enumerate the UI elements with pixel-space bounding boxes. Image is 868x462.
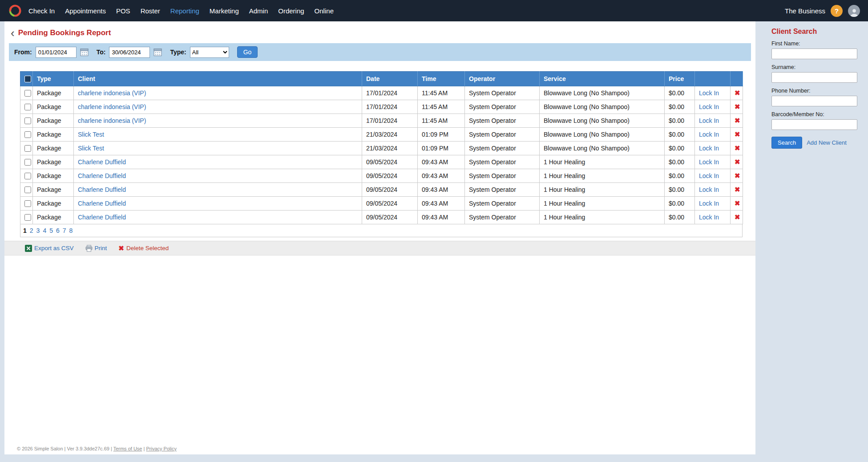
help-button[interactable]: ?	[831, 5, 843, 17]
cell-time: 09:43 AM	[418, 183, 465, 197]
client-link[interactable]: Slick Test	[78, 145, 104, 152]
print-button[interactable]: Print	[85, 245, 107, 252]
business-name[interactable]: The Business	[785, 7, 825, 15]
delete-row-icon[interactable]: ✖	[735, 89, 740, 97]
first-name-input[interactable]	[771, 49, 857, 59]
col-client: Client	[74, 72, 362, 86]
cell-client: Charlene Duffield	[74, 211, 362, 224]
col-service: Service	[540, 72, 665, 86]
search-button[interactable]: Search	[771, 137, 802, 149]
nav-item-marketing[interactable]: Marketing	[210, 7, 239, 15]
type-select[interactable]: All	[190, 47, 229, 58]
lock-in-link[interactable]: Lock In	[699, 89, 719, 97]
cell-price: $0.00	[665, 142, 695, 155]
client-link[interactable]: Charlene Duffield	[78, 186, 126, 193]
cell-type: Package	[33, 211, 74, 224]
row-checkbox[interactable]	[24, 118, 31, 124]
nav-item-pos[interactable]: POS	[116, 7, 130, 15]
cell-date: 09/05/2024	[362, 197, 418, 211]
pagination-page-2[interactable]: 2	[30, 227, 33, 234]
phone-number-input[interactable]	[771, 96, 857, 106]
delete-row-icon[interactable]: ✖	[735, 130, 740, 138]
cell-operator: System Operator	[465, 128, 540, 142]
row-checkbox[interactable]	[24, 186, 31, 193]
lock-in-link[interactable]: Lock In	[699, 186, 719, 193]
client-link[interactable]: Charlene Duffield	[78, 214, 126, 221]
row-checkbox[interactable]	[24, 159, 31, 166]
cell-client: Charlene Duffield	[74, 183, 362, 197]
lock-in-link[interactable]: Lock In	[699, 200, 719, 207]
delete-row-icon[interactable]: ✖	[735, 144, 740, 152]
barcode-member-no-input[interactable]	[771, 119, 857, 130]
delete-row-icon[interactable]: ✖	[735, 186, 740, 193]
lock-in-link[interactable]: Lock In	[699, 172, 719, 179]
from-date-input[interactable]	[36, 47, 77, 58]
row-checkbox[interactable]	[24, 200, 31, 207]
delete-row-icon[interactable]: ✖	[735, 158, 740, 166]
cell-time: 01:09 PM	[418, 142, 465, 155]
back-button[interactable]: ‹	[11, 28, 15, 37]
terms-of-use-link[interactable]: Terms of Use	[113, 446, 142, 451]
cell-lock-in: Lock In	[695, 142, 731, 155]
lock-in-link[interactable]: Lock In	[699, 131, 719, 138]
nav-item-check-in[interactable]: Check In	[28, 7, 55, 15]
select-all-checkbox[interactable]	[24, 76, 31, 82]
lock-in-link[interactable]: Lock In	[699, 145, 719, 152]
nav-item-online[interactable]: Online	[315, 7, 334, 15]
delete-row-icon[interactable]: ✖	[735, 172, 740, 179]
client-link[interactable]: charlene indonesia (VIP)	[78, 103, 146, 110]
client-link[interactable]: charlene indonesia (VIP)	[78, 89, 146, 97]
row-checkbox[interactable]	[24, 104, 31, 110]
nav-item-appointments[interactable]: Appointments	[65, 7, 106, 15]
user-avatar-button[interactable]	[848, 5, 860, 17]
row-checkbox[interactable]	[24, 145, 31, 152]
cell-time: 09:43 AM	[418, 155, 465, 169]
simple-salon-logo-icon[interactable]	[8, 4, 22, 18]
lock-in-link[interactable]: Lock In	[699, 214, 719, 221]
client-link[interactable]: Charlene Duffield	[78, 200, 126, 207]
nav-item-reporting[interactable]: Reporting	[170, 7, 199, 15]
pagination-page-5[interactable]: 5	[49, 227, 53, 234]
pagination-page-8[interactable]: 8	[69, 227, 73, 234]
top-nav: Check InAppointmentsPOSRosterReportingMa…	[0, 0, 868, 21]
delete-selected-button[interactable]: ✖ Delete Selected	[118, 244, 169, 252]
client-link[interactable]: Slick Test	[78, 131, 104, 138]
delete-row-icon[interactable]: ✖	[735, 117, 740, 124]
privacy-policy-link[interactable]: Privacy Policy	[146, 446, 176, 451]
delete-row-icon[interactable]: ✖	[735, 213, 740, 221]
go-button[interactable]: Go	[237, 46, 258, 58]
print-label: Print	[95, 245, 107, 251]
client-link[interactable]: charlene indonesia (VIP)	[78, 117, 146, 124]
add-new-client-link[interactable]: Add New Client	[807, 139, 847, 146]
cell-type: Package	[33, 100, 74, 114]
delete-row-icon[interactable]: ✖	[735, 103, 740, 110]
cell-time: 01:09 PM	[418, 128, 465, 142]
nav-item-admin[interactable]: Admin	[249, 7, 268, 15]
pagination-page-6[interactable]: 6	[56, 227, 60, 234]
client-link[interactable]: Charlene Duffield	[78, 158, 126, 166]
surname-input[interactable]	[771, 72, 857, 83]
pagination-page-4[interactable]: 4	[43, 227, 46, 234]
to-date-input[interactable]	[109, 47, 150, 58]
pagination-page-3[interactable]: 3	[36, 227, 40, 234]
row-checkbox[interactable]	[24, 131, 31, 138]
lock-in-link[interactable]: Lock In	[699, 158, 719, 166]
nav-item-roster[interactable]: Roster	[141, 7, 160, 15]
client-link[interactable]: Charlene Duffield	[78, 172, 126, 179]
lock-in-link[interactable]: Lock In	[699, 117, 719, 124]
cell-price: $0.00	[665, 86, 695, 100]
lock-in-link[interactable]: Lock In	[699, 103, 719, 110]
row-checkbox[interactable]	[24, 90, 31, 97]
to-calendar-icon[interactable]	[153, 48, 162, 56]
export-csv-button[interactable]: Export as CSV	[25, 245, 74, 252]
delete-row-icon[interactable]: ✖	[735, 199, 740, 207]
pagination-page-7[interactable]: 7	[63, 227, 66, 234]
cell-operator: System Operator	[465, 100, 540, 114]
cell-date: 17/01/2024	[362, 114, 418, 128]
cell-delete: ✖	[731, 183, 743, 197]
from-calendar-icon[interactable]	[80, 48, 89, 56]
cell-delete: ✖	[731, 114, 743, 128]
nav-item-ordering[interactable]: Ordering	[278, 7, 304, 15]
row-checkbox[interactable]	[24, 173, 31, 179]
row-checkbox[interactable]	[24, 214, 31, 221]
